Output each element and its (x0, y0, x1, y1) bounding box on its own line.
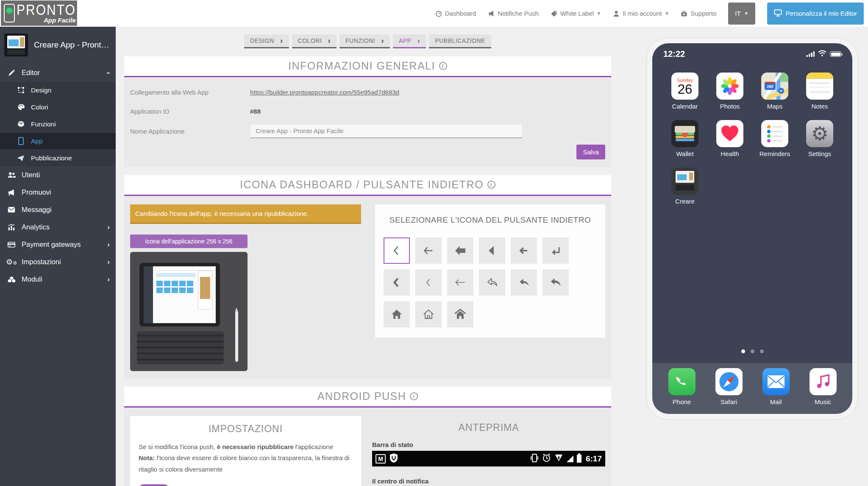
push-settings-card: IMPOSTAZIONI Se si modifica l'icona push… (130, 416, 361, 486)
info-icon[interactable]: i (439, 62, 447, 70)
sidebar-item-messaggi[interactable]: Messaggi (0, 201, 116, 218)
back-icon-reply-solid-curved[interactable] (542, 269, 569, 296)
pencil-icon (7, 69, 16, 77)
tag-icon (551, 10, 557, 17)
republish-warning: Cambiando l'icona dell'app, è necessaria… (130, 204, 361, 224)
sidebar-item-editor[interactable]: Editor › (0, 64, 116, 81)
nav-il-mio-account[interactable]: Il mio account ▼ (613, 10, 669, 17)
application-id-value: #88 (250, 108, 261, 115)
chevron-right-icon: › (328, 36, 331, 45)
back-icon-arrow-thin[interactable] (447, 269, 473, 296)
battery-icon (830, 51, 841, 57)
language-dropdown[interactable]: IT ▼ (728, 3, 755, 25)
nav-dashboard[interactable]: Dashboard (435, 10, 476, 17)
sidebar-item-label: Colori (31, 103, 110, 111)
anteprima-title: ANTEPRIMA (372, 422, 605, 433)
wifi-icon (818, 50, 827, 59)
top-nav: Dashboard Notifiche Push White Label ▼ I… (435, 0, 864, 27)
back-icon-triangle-left[interactable] (479, 237, 505, 264)
breadcrumb-step-design[interactable]: DESIGN › (244, 34, 289, 48)
web-app-link[interactable]: https://builder.prontoappcreator.com/55e… (250, 89, 399, 96)
breadcrumb-step-colori[interactable]: COLORI › (292, 34, 337, 48)
back-icon-chevron-thin[interactable] (415, 269, 442, 296)
app-label: Wallet (676, 150, 693, 157)
back-icon-home-outline[interactable] (415, 301, 442, 327)
back-icon-reply-outline[interactable] (479, 269, 505, 296)
palette-icon (16, 103, 25, 111)
app-icon-256-chip[interactable]: Icona dell'applicazione 256 x 256 (130, 235, 248, 248)
back-icon-chevron-selected[interactable] (384, 237, 410, 264)
sidebar-item-pubblicazione[interactable]: Pubblicazione (0, 149, 116, 166)
app-label: Music (815, 398, 831, 405)
sidebar-item-impostazioni[interactable]: ⚙⚙ Impostazioni › (0, 253, 116, 271)
signal-icon (567, 455, 573, 462)
app-label: Health (721, 150, 739, 157)
breadcrumb-step-app[interactable]: APP › (393, 34, 426, 48)
notification-center-label: Il centro di notifica (372, 478, 605, 485)
monitor-icon (774, 9, 782, 18)
sidebar-app-title: Creare App - Pront… (34, 40, 109, 50)
breadcrumb-step-funzioni[interactable]: FUNZIONI › (339, 34, 390, 48)
field-label-application-id: Application ID (130, 108, 250, 115)
sidebar-item-analytics[interactable]: Analytics › (0, 218, 116, 236)
app-name-input[interactable] (250, 124, 523, 138)
section-android-push: ANDROID PUSH i IMPOSTAZIONI Se si modifi… (124, 387, 611, 486)
info-icon[interactable]: i (487, 181, 495, 189)
calendar-day: 26 (678, 83, 692, 96)
cube-icon (16, 120, 25, 128)
sidebar-item-funzioni[interactable]: Funzioni (0, 115, 116, 132)
sidebar-item-promuovi[interactable]: Promuovi (0, 184, 116, 201)
safari-app-icon (715, 368, 743, 395)
back-icon-arrow-solid-thick[interactable] (447, 237, 473, 264)
app-logo[interactable]: PRONTO App Facile (1, 0, 77, 26)
app-label: Creare (675, 198, 695, 205)
android-status-bar: M 6:17 (372, 451, 605, 466)
sidebar-item-design[interactable]: Design (0, 81, 116, 98)
personalize-editor-button[interactable]: Personalizza il mio Editor (767, 3, 864, 25)
mobile-icon (16, 137, 25, 145)
dock-app-safari: Safari (707, 368, 751, 404)
app-notes: Notes (797, 73, 842, 110)
sidebar-app-header[interactable]: Creare App - Pront… (0, 27, 116, 64)
calendar-app-icon: Sunday 26 (671, 73, 698, 100)
logo-subtitle: App Facile (17, 17, 76, 23)
page-dot-active (741, 349, 745, 353)
app-label: Phone (673, 398, 691, 405)
nav-label: Dashboard (445, 10, 476, 17)
back-icon-return-arrow[interactable] (542, 237, 569, 264)
back-icon-home-solid[interactable] (384, 301, 410, 327)
sidebar-item-colori[interactable]: Colori (0, 98, 116, 115)
iphone-status-bar: 12:22 (652, 43, 852, 59)
breadcrumb-step-pubblicazione[interactable]: PUBBLICAZIONE (429, 34, 491, 48)
breadcrumb: DESIGN › COLORI › FUNZIONI › APP › PUBBL… (124, 34, 611, 48)
back-icon-arrow-left[interactable] (415, 237, 442, 264)
sidebar-item-app[interactable]: App (0, 132, 116, 149)
save-button[interactable]: Salva (576, 145, 605, 159)
back-icon-reply-solid[interactable] (511, 269, 537, 296)
sidebar-item-utenti[interactable]: Utenti (0, 166, 116, 184)
info-icon[interactable]: i (410, 392, 418, 400)
sidebar-item-moduli[interactable]: Moduli › (0, 271, 116, 288)
users-icon (7, 171, 16, 179)
back-icon-home-solid-roof[interactable] (447, 301, 473, 327)
nav-label: Notifiche Push (498, 10, 539, 17)
chevron-right-icon: › (107, 258, 110, 266)
push-text: l'applicazione (294, 443, 334, 450)
megaphone-icon (488, 10, 495, 17)
wallet-app-icon (671, 120, 698, 147)
back-icon-arrow-left-bold[interactable] (511, 237, 537, 264)
nav-white-label[interactable]: White Label ▼ (551, 10, 601, 17)
chevron-right-icon: › (280, 36, 283, 45)
nav-supporto[interactable]: Supporto (681, 10, 716, 17)
section-title: ANDROID PUSH i (317, 390, 418, 402)
back-icon-picker: SELEZIONARE L'ICONA DEL PULSANTE INDIETR… (375, 204, 605, 338)
app-health: Health (707, 120, 752, 157)
notes-app-icon (806, 73, 833, 100)
back-icon-chevron-bold[interactable] (384, 269, 410, 296)
mail-app-icon (762, 368, 790, 395)
nav-notifiche-push[interactable]: Notifiche Push (488, 10, 539, 17)
back-icon-grid (384, 237, 574, 327)
sidebar-item-payment-gateways[interactable]: Payment gateways › (0, 236, 116, 253)
app-wallet: Wallet (662, 120, 707, 157)
breadcrumb-label: PUBBLICAZIONE (435, 37, 485, 44)
